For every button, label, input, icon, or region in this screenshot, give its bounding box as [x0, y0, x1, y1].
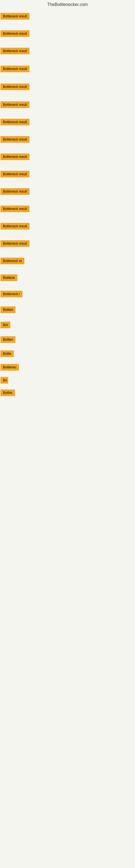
- bottleneck-badge[interactable]: Bo: [1, 377, 8, 383]
- site-header: TheBottlenecker.com: [0, 0, 135, 8]
- bottleneck-badge[interactable]: Bottleneck result: [1, 171, 30, 177]
- bottleneck-badge[interactable]: Bottleneck result: [1, 206, 30, 212]
- bottleneck-badge[interactable]: Bottleneck result: [1, 136, 30, 143]
- list-item: Bottleneck result: [1, 118, 134, 127]
- bottleneck-badge[interactable]: Bottle: [1, 350, 14, 357]
- bottleneck-badge[interactable]: Bottleneck r: [1, 291, 22, 297]
- list-item: Bottleneck result: [1, 187, 134, 197]
- list-item: Bottleneck result: [1, 83, 134, 92]
- bottleneck-badge[interactable]: Bottlene: [1, 275, 17, 281]
- bottleneck-badge[interactable]: Bottleneck re: [1, 258, 24, 264]
- list-item: Bottleneck re: [1, 257, 134, 267]
- list-item: Bottlen: [1, 305, 134, 315]
- list-item: Bottleneck result: [1, 135, 134, 145]
- list-item: Bottleneck r: [1, 290, 134, 300]
- bottleneck-badge[interactable]: Bottleneck result: [1, 48, 30, 54]
- site-title: TheBottlenecker.com: [0, 0, 135, 8]
- list-item: Bottleneck result: [1, 170, 134, 180]
- bottleneck-badge[interactable]: Bottler: [1, 390, 15, 396]
- list-item: Bottleneck result: [1, 152, 134, 162]
- list-item: Bottleneck result: [1, 29, 134, 39]
- bottleneck-badge[interactable]: Bottleneck result: [1, 13, 30, 20]
- bottleneck-badge[interactable]: Bottleneck result: [1, 66, 30, 72]
- list-item: Bottleneck result: [1, 46, 134, 56]
- list-item: Bo: [1, 376, 134, 386]
- bottleneck-badge[interactable]: Bottleneck result: [1, 119, 30, 125]
- bottleneck-badge[interactable]: Bottleneck result: [1, 223, 30, 229]
- bottleneck-badge[interactable]: Bottlen: [1, 336, 15, 343]
- list-item: Bottleneck result: [1, 239, 134, 249]
- bottleneck-badge[interactable]: Bottleneck result: [1, 154, 30, 160]
- bottleneck-badge[interactable]: Bottleneck result: [1, 188, 30, 195]
- list-item: Bottleneck result: [1, 12, 134, 22]
- list-item: Bottlene: [1, 273, 134, 283]
- bottleneck-badge[interactable]: Bottleneck result: [1, 240, 30, 247]
- list-item: Bottleneck result: [1, 222, 134, 231]
- list-item: Bottlen: [1, 335, 134, 345]
- list-item: Bottle: [1, 349, 134, 359]
- bottleneck-badge[interactable]: Bottleneck result: [1, 101, 30, 108]
- bottleneck-badge[interactable]: Bottlenec: [1, 364, 19, 371]
- list-item: Bottler: [1, 389, 134, 398]
- bottleneck-badge[interactable]: Bottlen: [1, 307, 15, 313]
- list-item: Bottleneck result: [1, 205, 134, 214]
- list-item: Bottlenec: [1, 363, 134, 373]
- bottleneck-list: Bottleneck resultBottleneck resultBottle…: [0, 12, 135, 398]
- bottleneck-badge[interactable]: Bot: [1, 322, 10, 328]
- bottleneck-badge[interactable]: Bottleneck result: [1, 30, 30, 37]
- list-item: Bottleneck result: [1, 100, 134, 110]
- list-item: Bot: [1, 321, 134, 330]
- list-item: Bottleneck result: [1, 65, 134, 74]
- bottleneck-badge[interactable]: Bottleneck result: [1, 84, 30, 90]
